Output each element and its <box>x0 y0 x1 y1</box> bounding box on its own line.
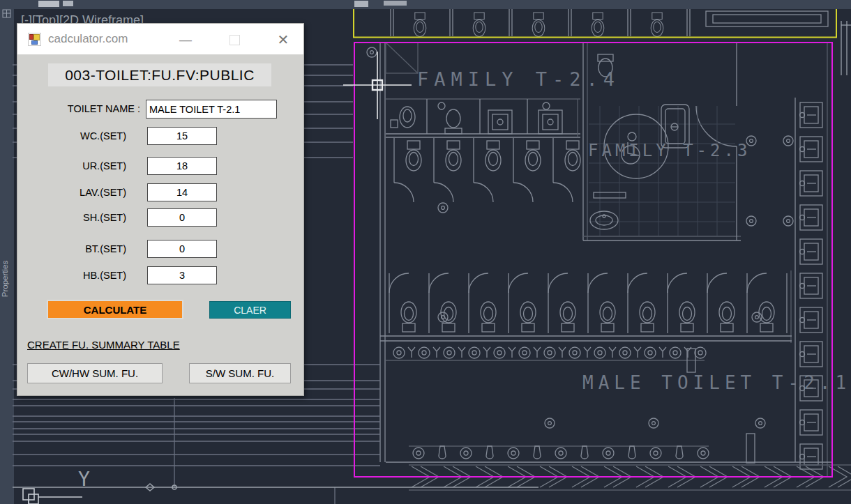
toilet-name-input[interactable] <box>146 100 277 119</box>
cadculator-window: cadculator.com — ✕ 003-TOILET:FU.FV:PUBL… <box>17 23 304 396</box>
create-summary-table-link[interactable]: CREATE FU. SUMMARY TABLE <box>27 339 180 351</box>
winforms-app-icon <box>28 33 41 46</box>
toilet-name-label: TOILET NAME : <box>17 100 140 119</box>
form-header: 003-TOILET:FU.FV:PUBLIC <box>48 63 271 86</box>
room-label-male-t21: MALE TOILET T-2.1 <box>582 372 851 393</box>
ur-set-label: UR.(SET) <box>17 157 126 175</box>
top-app-strip <box>0 0 851 9</box>
maximize-icon <box>229 35 240 45</box>
ur-set-input[interactable] <box>147 157 217 175</box>
calculate-button[interactable]: CALCULATE <box>47 300 183 319</box>
close-button[interactable]: ✕ <box>270 24 296 54</box>
dialog-title: cadculator.com <box>48 24 128 54</box>
bt-set-label: BT.(SET) <box>17 240 126 258</box>
hb-set-label: HB.(SET) <box>17 266 126 284</box>
dialog-titlebar[interactable]: cadculator.com — ✕ <box>17 24 303 54</box>
sh-set-input[interactable] <box>147 208 217 227</box>
hb-set-input[interactable] <box>147 266 217 284</box>
ucs-y-axis-label: Y <box>78 468 90 491</box>
wc-set-label: WC.(SET) <box>17 127 126 145</box>
maximize-button[interactable] <box>221 24 248 54</box>
minimize-icon: — <box>179 33 192 47</box>
palette-title: Properties <box>1 261 9 298</box>
bt-set-input[interactable] <box>147 240 217 258</box>
close-icon: ✕ <box>278 32 289 47</box>
lav-set-input[interactable] <box>147 183 217 201</box>
clear-button[interactable]: CLAER <box>209 301 291 319</box>
properties-palette-strip[interactable]: Properties <box>0 9 14 504</box>
autocad-workspace: Properties [-][Top][2D Wireframe] <box>0 0 851 504</box>
cwhw-sum-fu-button[interactable]: CW/HW SUM. FU. <box>27 363 163 383</box>
room-label-family-t24: FAMILY T-2.4 <box>417 68 620 90</box>
minimize-button[interactable]: — <box>172 24 199 54</box>
lav-set-label: LAV.(SET) <box>17 183 126 201</box>
room-label-family-t23: FAMILY T-2.3 <box>588 141 751 160</box>
wc-set-input[interactable] <box>147 127 217 145</box>
sh-set-label: SH.(SET) <box>17 208 126 227</box>
sw-sum-fu-button[interactable]: S/W SUM. FU. <box>189 363 291 383</box>
